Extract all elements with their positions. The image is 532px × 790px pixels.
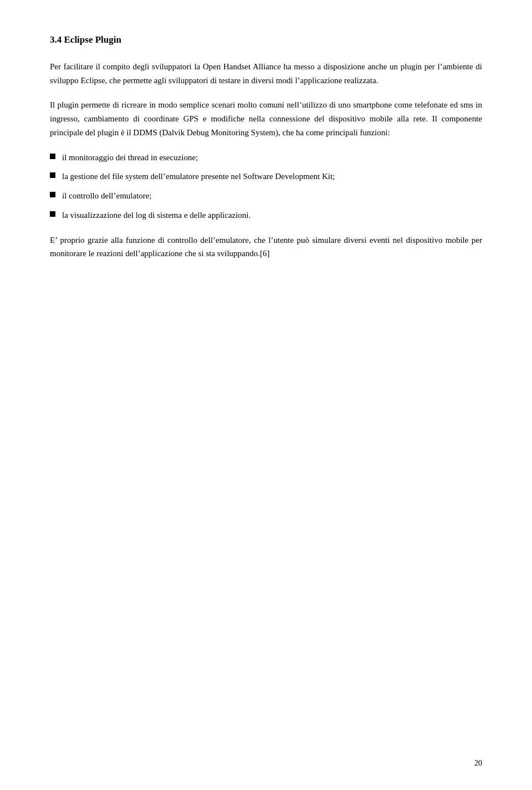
bullet-text: il monitoraggio dei thread in esecuzione… bbox=[62, 151, 482, 165]
paragraph-1: Per facilitare il compito degli sviluppa… bbox=[50, 60, 482, 88]
bullet-text: la gestione del file system dell’emulato… bbox=[62, 170, 482, 184]
page-number: 20 bbox=[474, 759, 482, 768]
list-item: la visualizzazione del log di sistema e … bbox=[50, 208, 482, 222]
bullet-text: la visualizzazione del log di sistema e … bbox=[62, 208, 482, 222]
bullet-icon bbox=[50, 172, 55, 178]
list-item: il monitoraggio dei thread in esecuzione… bbox=[50, 151, 482, 165]
paragraph-3: E’ proprio grazie alla funzione di contr… bbox=[50, 233, 482, 261]
bullet-icon bbox=[50, 154, 55, 159]
paragraph-2: Il plugin permette di ricreare in modo s… bbox=[50, 98, 482, 139]
bullet-text: il controllo dell’emulatore; bbox=[62, 189, 482, 203]
page: 3.4 Eclipse Plugin Per facilitare il com… bbox=[0, 0, 532, 790]
list-item: la gestione del file system dell’emulato… bbox=[50, 170, 482, 184]
section-heading: 3.4 Eclipse Plugin bbox=[50, 33, 482, 47]
list-item: il controllo dell’emulatore; bbox=[50, 189, 482, 203]
bullet-list: il monitoraggio dei thread in esecuzione… bbox=[50, 151, 482, 222]
bullet-icon bbox=[50, 211, 55, 217]
bullet-icon bbox=[50, 192, 55, 197]
